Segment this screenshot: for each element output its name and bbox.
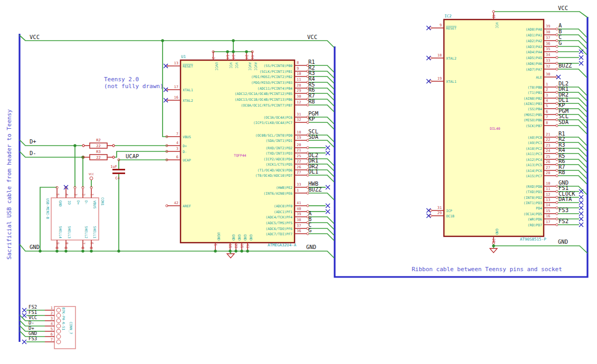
- net-label[interactable]: VCC: [29, 315, 37, 320]
- wire-net[interactable]: [309, 140, 334, 147]
- net-label[interactable]: UCAP: [126, 153, 139, 159]
- net-label[interactable]: SDA: [308, 133, 319, 140]
- net-label[interactable]: R8: [558, 169, 565, 175]
- wire-net[interactable]: [558, 41, 587, 49]
- pin-end-circle: [556, 108, 558, 110]
- pin-end-circle: [556, 62, 558, 64]
- pin-name: (AD2)PA2: [526, 39, 542, 43]
- pin-end-circle: [556, 152, 558, 155]
- c4-plate-top[interactable]: [112, 169, 125, 170]
- pin-name: XTAL2: [446, 56, 457, 61]
- pin-number: 8: [64, 242, 69, 244]
- pin-name: (A14)PC6: [526, 169, 542, 173]
- wire-net[interactable]: [309, 234, 334, 241]
- wire-net[interactable]: [558, 29, 587, 37]
- pin-number: 9: [297, 66, 299, 71]
- pin-end-circle: [556, 224, 558, 226]
- net-label[interactable]: D-: [29, 320, 34, 325]
- net-label[interactable]: G: [558, 40, 562, 46]
- pin-number: 26: [546, 160, 550, 164]
- net-label[interactable]: DATA: [558, 196, 572, 202]
- junction-dot: [492, 244, 495, 247]
- pin-name: (SS/PCINT0)PB0: [263, 64, 292, 68]
- net-label[interactable]: GND: [29, 331, 37, 336]
- net-label[interactable]: DL1: [308, 168, 318, 175]
- net-label[interactable]: GND: [558, 238, 568, 245]
- pin-name: D-: [183, 150, 187, 154]
- pin-name: AREF: [183, 204, 191, 208]
- pin-name: (OC3A/OC4A)PC6: [263, 116, 292, 120]
- net-label[interactable]: VCC: [558, 5, 568, 11]
- pin-name: (INT1)PD3: [524, 201, 542, 205]
- net-label[interactable]: GND: [306, 244, 316, 250]
- u1-ref[interactable]: U1: [181, 54, 186, 59]
- pin-name: XTAL1: [446, 80, 457, 84]
- pin-end-circle: [307, 205, 309, 207]
- pin-name: (A10)PC2: [526, 147, 542, 151]
- con1-value: USB-MINI-B: [45, 198, 50, 219]
- net-label[interactable]: GND: [30, 244, 40, 250]
- net-label[interactable]: FS1: [29, 310, 37, 315]
- pin-name: (AIN1)PB3: [524, 102, 542, 106]
- pin-end-circle: [430, 80, 432, 82]
- c4-plate-bottom[interactable]: [112, 173, 125, 174]
- pin-number: 18: [438, 53, 442, 58]
- net-label[interactable]: R8: [308, 98, 315, 104]
- net-label[interactable]: D+: [29, 325, 34, 331]
- pin-number: 22: [297, 159, 301, 164]
- pin-end-circle: [556, 141, 558, 143]
- con1-ref: CON1: [100, 197, 105, 206]
- net-label[interactable]: SDA: [558, 119, 569, 125]
- wire-net[interactable]: [309, 228, 334, 235]
- pin-name: GND: [243, 234, 247, 241]
- pin-number: 3: [176, 147, 178, 151]
- pin-end-circle: [430, 209, 432, 212]
- net-label[interactable]: KP: [308, 116, 315, 122]
- no-connect-x-icon: [427, 214, 431, 218]
- net-label[interactable]: VCC: [307, 34, 317, 40]
- junction-dot: [246, 250, 249, 252]
- note-ribbon-cable: Ribbon cable between Teensy pins and soc…: [412, 266, 562, 273]
- wire-ic2-vcc[interactable]: [495, 12, 587, 17]
- wire-dplus[interactable]: [20, 140, 82, 146]
- net-label[interactable]: G: [308, 227, 311, 233]
- net-label[interactable]: FS2: [29, 304, 37, 310]
- pin-name: (ADC1)PF1: [274, 210, 292, 214]
- wire-vcc-rail[interactable]: [20, 35, 334, 47]
- ic2-ref[interactable]: IC2: [444, 14, 452, 18]
- resistor-ref[interactable]: R2: [96, 138, 100, 142]
- resistor-ref[interactable]: R3: [96, 150, 100, 154]
- pin-name: AVCC: [253, 62, 258, 71]
- capacitor-ref[interactable]: C4: [116, 176, 120, 180]
- pin-name: RESET: [446, 26, 457, 31]
- net-label[interactable]: D+: [30, 138, 36, 145]
- net-label[interactable]: VCC: [30, 34, 40, 40]
- wire-net[interactable]: [309, 193, 334, 200]
- net-label[interactable]: BUZZ: [558, 62, 572, 69]
- pin-number: 4: [51, 322, 53, 326]
- pin-number: 25: [297, 154, 301, 158]
- pin-number: 31: [438, 206, 442, 210]
- wire-dminus-2[interactable]: [115, 151, 167, 157]
- pin-name: (AD5)PA5: [526, 56, 542, 60]
- schematic-svg: U1ATMEGA32U4-ATQFP4413RESET17XTAL116XTAL…: [0, 0, 597, 364]
- wire-net[interactable]: [558, 35, 587, 43]
- pin-number: 35: [546, 47, 550, 51]
- pin-end-circle: [556, 34, 558, 36]
- pin-number: 5: [51, 327, 53, 331]
- pin-name: (INT6/AIN0)PE6: [263, 191, 292, 196]
- pin-name: D-: [84, 200, 88, 205]
- wire-ic2-gnd[interactable]: [494, 246, 587, 253]
- wire-dminus[interactable]: [20, 151, 82, 157]
- net-label[interactable]: D-: [30, 150, 36, 156]
- no-connect-x-icon: [164, 64, 168, 68]
- pin-end-circle: [430, 27, 432, 29]
- pin-number: 38: [546, 30, 550, 34]
- net-label[interactable]: FS2: [558, 218, 568, 224]
- net-label[interactable]: FS3: [558, 207, 568, 213]
- pin-name: (RD)PD7: [528, 223, 542, 227]
- net-label[interactable]: FS3: [29, 336, 37, 341]
- pin-name: (AD1)PA1: [526, 33, 542, 37]
- wire-net[interactable]: [558, 69, 587, 78]
- net-label[interactable]: BUZZ: [308, 186, 321, 193]
